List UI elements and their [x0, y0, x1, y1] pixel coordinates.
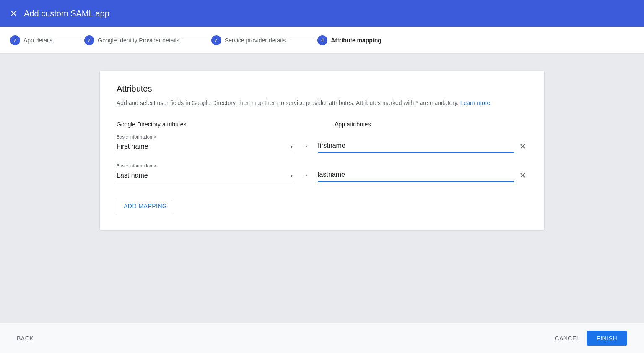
google-select-2-label: Basic Information >: [117, 163, 293, 168]
step-1-circle: [10, 35, 20, 45]
arrow-connector-2: →: [293, 171, 318, 180]
chevron-down-icon-1: ▾: [291, 144, 293, 149]
step-2: Google Identity Provider details: [84, 35, 179, 45]
add-mapping-button[interactable]: ADD MAPPING: [117, 199, 174, 213]
back-button[interactable]: BACK: [17, 335, 34, 342]
app-col-header: App attributes: [335, 121, 527, 128]
step-4-label: Attribute mapping: [331, 37, 382, 44]
google-select-2[interactable]: Basic Information > Last name ▾: [117, 163, 293, 182]
step-connector-2: [183, 40, 208, 40]
app-attr-wrapper-2: ✕: [318, 169, 527, 182]
arrow-connector-1: →: [293, 142, 318, 151]
mapping-row-1: Basic Information > First name ▾ → ✕: [117, 134, 527, 153]
attributes-card: Attributes Add and select user fields in…: [100, 71, 544, 230]
description-text: Add and select user fields in Google Dir…: [117, 99, 459, 106]
card-title: Attributes: [117, 84, 527, 94]
card-description: Add and select user fields in Google Dir…: [117, 99, 527, 107]
step-1-label: App details: [23, 37, 52, 44]
dialog-header: ✕ Add custom SAML app: [0, 0, 644, 27]
footer-right: CANCEL FINISH: [555, 331, 627, 346]
app-attr-input-2[interactable]: [318, 169, 514, 182]
main-content: Attributes Add and select user fields in…: [0, 54, 644, 323]
chevron-down-icon-2: ▾: [291, 173, 293, 178]
close-icon[interactable]: ✕: [10, 9, 17, 18]
step-4-circle: 4: [317, 35, 327, 45]
app-attr-input-1[interactable]: [318, 140, 514, 153]
columns-header: Google Directory attributes App attribut…: [117, 121, 527, 128]
google-select-1-value[interactable]: First name ▾: [117, 141, 293, 153]
learn-more-link[interactable]: Learn more: [460, 99, 491, 106]
google-select-1[interactable]: Basic Information > First name ▾: [117, 134, 293, 153]
step-connector-3: [289, 40, 314, 40]
google-col-header: Google Directory attributes: [117, 121, 293, 128]
app-attr-wrapper-1: ✕: [318, 140, 527, 153]
google-select-2-text: Last name: [117, 172, 148, 179]
dialog-title: Add custom SAML app: [24, 9, 109, 18]
step-connector-1: [56, 40, 81, 40]
footer: BACK CANCEL FINISH: [0, 323, 644, 353]
step-3-label: Service provider details: [225, 37, 286, 44]
step-2-circle: [84, 35, 94, 45]
stepper: App details Google Identity Provider det…: [0, 27, 644, 54]
google-select-2-value[interactable]: Last name ▾: [117, 170, 293, 182]
step-2-label: Google Identity Provider details: [98, 37, 179, 44]
remove-mapping-2-button[interactable]: ✕: [518, 170, 527, 181]
step-3: Service provider details: [211, 35, 286, 45]
finish-button[interactable]: FINISH: [587, 331, 627, 346]
mapping-row-2: Basic Information > Last name ▾ → ✕: [117, 163, 527, 182]
google-select-1-label: Basic Information >: [117, 134, 293, 139]
remove-mapping-1-button[interactable]: ✕: [518, 141, 527, 152]
cancel-button[interactable]: CANCEL: [555, 335, 580, 342]
step-1: App details: [10, 35, 52, 45]
google-select-1-text: First name: [117, 143, 148, 150]
step-3-circle: [211, 35, 221, 45]
step-4: 4 Attribute mapping: [317, 35, 382, 45]
